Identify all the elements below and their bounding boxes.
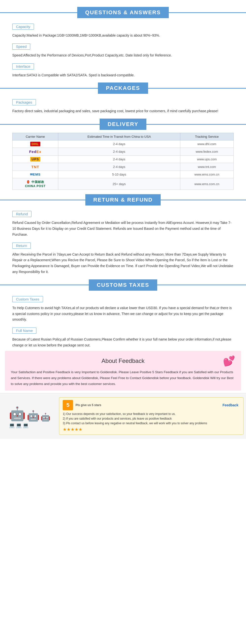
header-line-right [169,12,246,13]
interface-text: Interface:SATA3 is Compatible with SATA2… [12,72,234,78]
table-row: ✉EMS 5-10 days www.ems.com.cn [13,171,234,178]
tracking-cell: www.ems.com.cn [180,171,233,178]
delivery-section-header: DELIVERY [0,118,246,130]
robot-figure-3: 🤖 [41,412,50,422]
return-title: RETURN & REFUND [85,194,160,206]
bottom-section: 🤖 🤖 🤖 💻 💻 💻 5 Pls give us 5 stars Feedba… [0,393,246,439]
return-text: After Receiving the Parcel in 7days,we C… [12,252,234,275]
feedback-body-text: Your Satisfaction and Positive Feedback … [11,369,235,387]
delivery-table-body: DHL 2-4 days www.dhl.com FedEx 2-4 days … [13,140,234,190]
feedback-title-row: About Feedback 💕 [11,355,235,367]
time-cell: 2-4 days [58,163,180,171]
robot-area: 🤖 🤖 🤖 💻 💻 💻 [3,404,57,428]
packages-text: Factory direct sales, industrial packagi… [12,108,234,114]
ems-logo: ✉EMS [30,172,41,176]
tracking-cell: www.ems.com.cn [180,178,233,190]
carrier-cell: 🏮 中国邮政CHINA POST [13,178,58,190]
delivery-line-left [0,124,100,125]
feedback-section: About Feedback 💕 Your Satisfaction and P… [5,351,241,390]
packages-title: PACKAGES [98,82,148,94]
time-cell: 2-4 days [58,140,180,148]
qa-section-header: QUESTIONS & ANSWERS [0,7,246,18]
table-row: FedEx 2-4 days www.fedex.com [13,148,234,156]
packages-label: Packages [12,99,36,105]
time-cell: 25+ days [58,178,180,190]
star-badge: 5 [63,400,73,410]
capacity-label: Capacity [12,24,34,30]
delivery-table: Carrier Name Estimated Time in Transit f… [12,133,234,190]
computer-icon: 💻 [9,422,15,428]
robot-figure: 🤖 [9,406,26,422]
custom-taxes-label: Custom Taxes [12,296,43,302]
table-row: 🏮 中国邮政CHINA POST 25+ days www.ems.com.cn [13,178,234,190]
tracking-cell: www.tnt.com [180,163,233,171]
customs-line-right [157,284,246,285]
time-cell: 2-4 days [58,156,180,163]
tracking-cell: www.ups.com [180,156,233,163]
heart-icon: 💕 [223,355,235,367]
packages-line-right [148,88,246,89]
tnt-logo: TNT [31,165,39,169]
speed-text: Speed:Affected by the Performance of Dev… [12,52,234,58]
packages-line-left [0,88,98,89]
chinapost-logo: 🏮 中国邮政CHINA POST [25,180,46,188]
full-name-label: Full Name [12,328,36,334]
ups-logo: UPS [30,157,41,162]
fedex-logo: FedEx [29,150,41,154]
feedback-card: 5 Pls give us 5 stars Feedback 1) Our su… [59,397,243,435]
robot-figure-2: 🤖 [27,410,40,422]
feedback-card-subtitle: Pls give us 5 stars [75,404,101,407]
return-section-header: RETURN & REFUND [0,194,246,206]
feedback-card-header: 5 Pls give us 5 stars Feedback [63,400,240,410]
carrier-cell: DHL [13,140,58,148]
tracking-cell: www.dhl.com [180,140,233,148]
carrier-cell: TNT [13,163,58,171]
packages-section-header: PACKAGES [0,82,246,94]
feedback-card-point3: 3) Pls contact us before leaving any neg… [63,421,240,426]
header-line-left [0,12,77,13]
table-row: UPS 2-4 days www.ups.com [13,156,234,163]
feedback-card-point2: 2) If you are satisfied with our product… [63,416,240,421]
computer-icon-2: 💻 [16,422,22,428]
page-wrapper: QUESTIONS & ANSWERS Capacity Capacity:Ma… [0,0,246,441]
col-tracking: Tracking Service [180,133,233,140]
full-name-text: Because of Latest Rusian Policy,all of R… [12,336,234,348]
customs-line-left [0,284,89,285]
refund-text: Refund Caused by Order Cancellation,Refu… [12,220,234,238]
capacity-text: Capacity:Marked in Package:1GB=1000MB,1M… [12,33,234,38]
refund-label: Refund [12,211,32,217]
carrier-cell: FedEx [13,148,58,156]
table-row: DHL 2-4 days www.dhl.com [13,140,234,148]
feedback-title: About Feedback [86,358,160,364]
time-cell: 2-4 days [58,148,180,156]
speed-label: Speed [12,44,30,50]
qa-title: QUESTIONS & ANSWERS [77,7,169,18]
feedback-card-point1: 1) Our success depends on your satisfact… [63,412,240,416]
time-cell: 5-10 days [58,171,180,178]
delivery-title: DELIVERY [100,118,146,130]
custom-taxes-text: To Help Cutomers to avoid high TAXes,al … [12,305,234,322]
customs-section-header: CUSTOMs TAXes [0,280,246,291]
delivery-line-right [146,124,246,125]
table-row: TNT 2-4 days www.tnt.com [13,163,234,171]
dhl-logo: DHL [30,142,41,146]
return-line-right [161,200,246,200]
interface-label: Interface [12,63,34,70]
carrier-cell: UPS [13,156,58,163]
col-carrier: Carrier Name [13,133,58,140]
return-line-left [0,200,85,200]
stars-row: ★★★★★ [63,427,240,432]
delivery-table-header: Carrier Name Estimated Time in Transit f… [13,133,234,140]
tracking-cell: www.fedex.com [180,148,233,156]
computer-icon-3: 💻 [23,422,29,428]
customs-title: CUSTOMs TAXes [89,280,157,291]
col-time: Estimated Time in Transit from China to … [58,133,180,140]
return-label: Return [12,242,31,249]
carrier-cell: ✉EMS [13,171,58,178]
feedback-link[interactable]: Feedback [222,403,240,407]
